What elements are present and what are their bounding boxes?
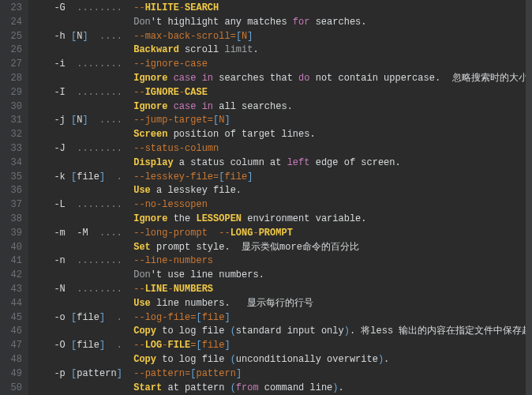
token <box>105 312 116 323</box>
token <box>88 31 99 42</box>
token: file <box>202 340 225 351</box>
code-line[interactable]: Start at pattern (from command line). <box>43 382 532 395</box>
token: NUMBERS <box>174 284 213 295</box>
code-line[interactable]: Ignore the LESSOPEN environment variable… <box>43 213 532 227</box>
token: LINE <box>145 284 168 295</box>
code-line[interactable]: Ignore case in all searches. <box>43 100 532 115</box>
code-line[interactable]: -O [file] . --LOG-FILE=[file] <box>43 339 532 353</box>
token: command line <box>259 382 333 393</box>
scrollbar[interactable] <box>526 0 532 395</box>
token: [ <box>236 31 242 42</box>
token: SEARCH <box>185 2 219 13</box>
token: Backward <box>133 44 179 55</box>
token: ] <box>225 340 230 351</box>
code-line[interactable]: Display a status column at left edge of … <box>43 156 532 171</box>
code-line[interactable]: Don't highlight any matches for searches… <box>43 16 532 30</box>
token: --lesskey-file= <box>133 171 219 182</box>
code-line[interactable]: Set prompt style. 显示类似more命令的百分比 <box>43 241 532 255</box>
line-number: 42 <box>0 269 22 283</box>
code-line[interactable]: Don't use line numbers. <box>43 269 532 283</box>
code-line[interactable]: Ignore case in searches that do not cont… <box>43 72 532 86</box>
code-line[interactable]: -G ........ --HILITE-SEARCH <box>43 2 532 16</box>
code-line[interactable]: Use line numbers. 显示每行的行号 <box>43 297 532 311</box>
token: ] <box>224 115 230 126</box>
code-line[interactable]: -o [file] . --log-file=[file] <box>43 311 532 325</box>
token: - <box>179 87 185 98</box>
token <box>43 73 133 84</box>
token <box>43 325 133 337</box>
code-line[interactable]: Backward scroll limit. <box>43 43 532 58</box>
token: file <box>77 340 99 351</box>
token: in <box>202 101 213 112</box>
code-line[interactable]: -j [N] .... --jump-target=[N] <box>43 114 532 128</box>
token: do <box>298 73 309 84</box>
code-line[interactable]: Copy to log file (standard input only). … <box>43 325 532 339</box>
token: ........ <box>77 58 133 70</box>
token: ) <box>378 354 384 365</box>
line-number: 25 <box>0 30 22 44</box>
code-line[interactable]: -h [N] .... --max-back-scroll=[N] <box>43 30 532 44</box>
token: [ <box>196 340 201 351</box>
token: -- <box>133 87 144 98</box>
token: file <box>77 312 99 323</box>
token: from <box>236 382 259 393</box>
line-number: 32 <box>0 128 22 142</box>
token: unconditionally overwrite <box>236 354 378 365</box>
code-line[interactable]: -p [pattern] --pattern=[pattern] <box>43 367 532 382</box>
token <box>43 129 133 140</box>
token: -L <box>43 199 77 210</box>
token: case <box>174 101 197 112</box>
token: in <box>202 73 213 84</box>
token: ........ <box>77 87 133 98</box>
line-number: 34 <box>0 156 22 171</box>
line-number: 46 <box>0 325 22 339</box>
token: .... <box>99 31 133 42</box>
line-number: 37 <box>0 198 22 213</box>
token: -p <box>43 368 71 379</box>
token: case <box>174 73 197 84</box>
code-editor[interactable]: -G ........ --HILITE-SEARCH Don't highli… <box>28 0 532 395</box>
line-number: 50 <box>0 382 22 395</box>
token: not contain uppercase. <box>310 73 452 84</box>
code-line[interactable]: Use a lesskey file. <box>43 184 532 198</box>
code-line[interactable]: -i ........ --ignore-case <box>43 58 532 72</box>
token: . <box>117 171 134 182</box>
token: file <box>77 171 99 182</box>
token: 't highlight any matches <box>151 17 293 28</box>
token: Copy <box>133 354 156 365</box>
token: LOG <box>145 340 163 351</box>
line-number: 33 <box>0 142 22 156</box>
token: ] <box>236 368 242 379</box>
token: Set <box>133 242 151 253</box>
token: - <box>167 284 173 295</box>
code-line[interactable]: -k [file] . --lesskey-file=[file] <box>43 171 532 185</box>
token: . <box>117 312 134 323</box>
token: IGNORE <box>145 87 179 98</box>
token: HILITE <box>145 2 179 13</box>
line-number: 49 <box>0 367 22 382</box>
token: Ignore <box>133 73 167 84</box>
token: -h <box>43 31 71 42</box>
token: . <box>117 340 134 351</box>
token: ........ <box>77 199 133 210</box>
token: ........ <box>77 143 133 154</box>
code-line[interactable]: -I ........ --IGNORE-CASE <box>43 86 532 100</box>
token: 't use line numbers. <box>151 269 264 280</box>
line-number: 48 <box>0 353 22 367</box>
token: ........ <box>77 2 133 13</box>
token <box>167 101 173 112</box>
token: edge of screen. <box>309 157 400 168</box>
token: a lesskey file. <box>151 185 242 196</box>
token <box>88 115 99 126</box>
code-line[interactable]: Screen position of target lines. <box>43 128 532 142</box>
code-line[interactable]: -N ........ --LINE-NUMBERS <box>43 283 532 297</box>
code-line[interactable]: -L ........ --no-lessopen <box>43 198 532 213</box>
token: -G <box>43 2 77 13</box>
token: Ignore <box>133 101 167 112</box>
code-line[interactable]: -n ........ --line-numbers <box>43 254 532 269</box>
code-line[interactable]: -m -M .... --long-prompt --LONG-PROMPT <box>43 227 532 241</box>
token: scroll <box>179 44 225 55</box>
line-number: 44 <box>0 297 22 311</box>
code-line[interactable]: Copy to log file (unconditionally overwr… <box>43 353 532 367</box>
code-line[interactable]: -J ........ --status-column <box>43 142 532 156</box>
